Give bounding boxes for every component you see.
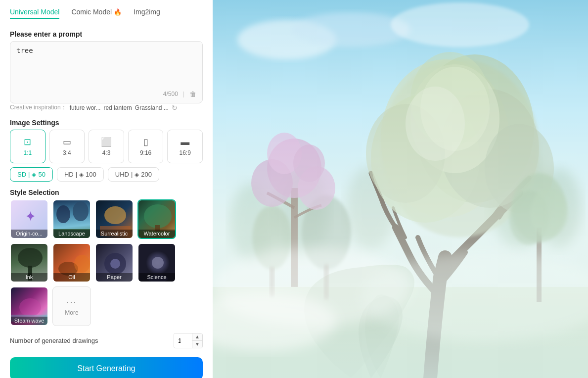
ratio-16-9[interactable]: ▬ 16:9 [167,130,203,163]
clear-button[interactable]: 🗑 [189,90,196,98]
style-ink-label: Ink [11,273,47,282]
style-watercolor[interactable]: Watercolor [137,199,176,239]
svg-point-10 [144,204,172,228]
inspiration-tag-2[interactable]: Grassland ... [135,104,169,111]
drawings-stepper[interactable]: ▲ ▼ [174,333,203,348]
tab-universal-label: Universal Model [10,8,59,16]
quality-sd-cost: 50 [38,171,45,178]
tab-img2img[interactable]: Img2img [134,8,160,19]
svg-point-18 [74,255,90,273]
quality-sd-label: SD [17,171,26,178]
ratio-3-4[interactable]: ▭ 3:4 [49,130,85,163]
quality-uhd-label: UHD [115,171,129,178]
quality-hd-sep: | [76,171,77,178]
generate-button[interactable]: Start Generating [10,357,203,378]
ratio-16-9-label: 16:9 [179,149,190,156]
stepper-down[interactable]: ▼ [192,341,202,348]
prompt-section: Please enter a prompt tree 4/500 | 🗑 Cre… [10,30,203,112]
image-settings-section: Image Settings ⊡ 1:1 ▭ 3:4 ⬜ 4:3 ▯ 9:16 … [10,119,203,182]
inspiration-label: Creative inspiration： [10,103,67,112]
quality-sd[interactable]: SD | ◈ 50 [10,167,53,182]
quality-sd-sep: | [28,171,30,178]
quality-group: SD | ◈ 50 HD | ◈ 100 UHD | ◈ 200 [10,167,203,182]
ratio-16-9-icon: ▬ [181,137,189,147]
drawings-label: Number of generated drawings [10,337,98,344]
style-more[interactable]: ··· More [52,286,91,326]
quality-uhd-cost: 200 [141,171,152,178]
diamond-icon-hd: ◈ [79,171,84,178]
ratio-9-16-icon: ▯ [143,137,148,147]
svg-point-7 [104,206,126,224]
prompt-label: Please enter a prompt [10,30,203,38]
style-science[interactable]: Science [137,243,176,283]
left-panel: Universal Model Comic Model 🔥 Img2img Pl… [0,0,213,378]
style-ink[interactable]: Ink [10,243,48,283]
tab-comic[interactable]: Comic Model 🔥 [71,8,122,19]
style-selection-label: Style Selection [10,189,203,196]
ratio-4-3-label: 4:3 [102,149,111,156]
quality-hd-label: HD [64,171,74,178]
quality-hd[interactable]: HD | ◈ 100 [57,167,104,182]
prompt-box: tree 4/500 | 🗑 [10,41,203,103]
svg-point-24 [152,257,164,269]
style-steamwave[interactable]: Steam wave [10,286,48,326]
svg-point-3 [56,205,70,223]
style-landscape[interactable]: Landscape [52,199,91,239]
ratio-3-4-icon: ▭ [63,137,71,147]
aspect-ratio-group: ⊡ 1:1 ▭ 3:4 ⬜ 4:3 ▯ 9:16 ▬ 16:9 [10,130,203,163]
style-oil[interactable]: Oil [52,243,91,283]
ratio-1-1[interactable]: ⊡ 1:1 [10,130,45,163]
tab-comic-label: Comic Model [71,8,112,16]
ratio-4-3[interactable]: ⬜ 4:3 [89,130,124,163]
stepper-controls: ▲ ▼ [192,333,202,348]
more-dots-icon: ··· [66,297,77,307]
prompt-input[interactable]: tree [16,47,196,86]
ratio-9-16[interactable]: ▯ 9:16 [128,130,164,163]
svg-point-14 [18,248,43,268]
prompt-footer: 4/500 | 🗑 [16,90,196,98]
quality-hd-cost: 100 [86,171,96,178]
stepper-up[interactable]: ▲ [192,333,202,341]
ratio-9-16-label: 9:16 [140,149,151,156]
tab-img2img-label: Img2img [134,8,160,16]
more-label: More [65,309,78,316]
style-paper[interactable]: Paper [95,243,134,283]
ratio-3-4-label: 3:4 [63,149,71,156]
ratio-1-1-icon: ⊡ [24,137,31,147]
style-surrealistic[interactable]: Surrealistic [95,199,134,239]
style-surrealistic-label: Surrealistic [96,230,133,238]
generate-button-label: Start Generating [77,364,135,373]
style-oil-label: Oil [53,273,90,282]
style-science-label: Science [138,273,175,282]
diamond-icon-uhd: ◈ [135,171,139,178]
inspiration-row: Creative inspiration： future wor... red … [10,103,203,112]
svg-point-4 [73,201,89,221]
drawings-row: Number of generated drawings ▲ ▼ [10,333,203,348]
inspiration-tag-1[interactable]: red lantern [103,104,132,111]
drawings-input[interactable] [174,333,192,348]
tab-universal[interactable]: Universal Model [10,8,59,19]
fire-icon: 🔥 [114,8,122,16]
right-panel [213,0,588,378]
style-landscape-label: Landscape [53,230,90,238]
style-watercolor-label: Watercolor [138,230,175,238]
style-origin-label: Origin-co... [11,230,47,238]
svg-point-27 [19,298,41,316]
svg-point-21 [110,259,120,269]
footer-divider: | [183,91,184,97]
image-settings-label: Image Settings [10,119,203,127]
tab-bar: Universal Model Comic Model 🔥 Img2img [10,8,203,23]
char-count: 4/500 [163,91,178,97]
quality-uhd-sep: | [131,171,133,178]
style-steamwave-label: Steam wave [11,317,47,325]
style-section: Style Selection ✦ Origin [10,189,203,326]
ratio-1-1-label: 1:1 [23,149,32,156]
generated-image-scene [213,0,588,378]
quality-uhd[interactable]: UHD | ◈ 200 [108,167,159,182]
svg-text:✦: ✦ [25,209,36,224]
inspiration-tag-0[interactable]: future wor... [70,104,101,111]
refresh-icon[interactable]: ↻ [172,104,178,112]
ratio-4-3-icon: ⬜ [101,137,112,147]
style-grid: ✦ Origin-co... [10,199,203,326]
style-origin[interactable]: ✦ Origin-co... [10,199,48,239]
